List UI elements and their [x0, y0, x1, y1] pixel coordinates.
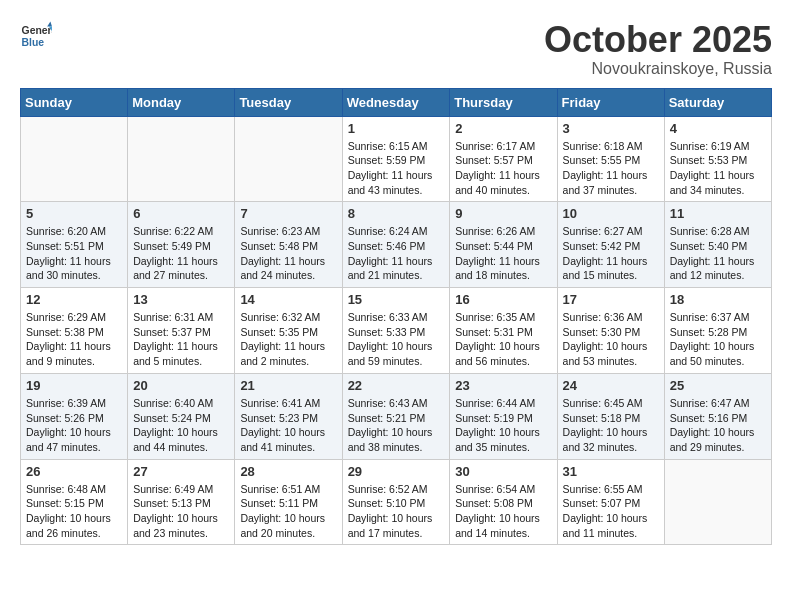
- weekday-header-sunday: Sunday: [21, 88, 128, 116]
- day-number: 9: [455, 206, 551, 221]
- day-info: Sunrise: 6:55 AM Sunset: 5:07 PM Dayligh…: [563, 482, 659, 541]
- weekday-header-row: SundayMondayTuesdayWednesdayThursdayFrid…: [21, 88, 772, 116]
- day-number: 6: [133, 206, 229, 221]
- day-cell: 28Sunrise: 6:51 AM Sunset: 5:11 PM Dayli…: [235, 459, 342, 545]
- svg-marker-2: [47, 22, 52, 27]
- header: General Blue October 2025 Novoukrainskoy…: [20, 20, 772, 78]
- day-info: Sunrise: 6:44 AM Sunset: 5:19 PM Dayligh…: [455, 396, 551, 455]
- day-cell: 26Sunrise: 6:48 AM Sunset: 5:15 PM Dayli…: [21, 459, 128, 545]
- week-row-5: 26Sunrise: 6:48 AM Sunset: 5:15 PM Dayli…: [21, 459, 772, 545]
- day-info: Sunrise: 6:41 AM Sunset: 5:23 PM Dayligh…: [240, 396, 336, 455]
- week-row-4: 19Sunrise: 6:39 AM Sunset: 5:26 PM Dayli…: [21, 373, 772, 459]
- day-number: 18: [670, 292, 766, 307]
- day-number: 10: [563, 206, 659, 221]
- day-info: Sunrise: 6:19 AM Sunset: 5:53 PM Dayligh…: [670, 139, 766, 198]
- day-info: Sunrise: 6:52 AM Sunset: 5:10 PM Dayligh…: [348, 482, 445, 541]
- day-info: Sunrise: 6:26 AM Sunset: 5:44 PM Dayligh…: [455, 224, 551, 283]
- day-cell: 24Sunrise: 6:45 AM Sunset: 5:18 PM Dayli…: [557, 373, 664, 459]
- day-number: 3: [563, 121, 659, 136]
- day-cell: 17Sunrise: 6:36 AM Sunset: 5:30 PM Dayli…: [557, 288, 664, 374]
- day-cell: 9Sunrise: 6:26 AM Sunset: 5:44 PM Daylig…: [450, 202, 557, 288]
- day-cell: 7Sunrise: 6:23 AM Sunset: 5:48 PM Daylig…: [235, 202, 342, 288]
- day-cell: [21, 116, 128, 202]
- day-cell: 14Sunrise: 6:32 AM Sunset: 5:35 PM Dayli…: [235, 288, 342, 374]
- day-number: 4: [670, 121, 766, 136]
- day-cell: 19Sunrise: 6:39 AM Sunset: 5:26 PM Dayli…: [21, 373, 128, 459]
- day-number: 22: [348, 378, 445, 393]
- week-row-2: 5Sunrise: 6:20 AM Sunset: 5:51 PM Daylig…: [21, 202, 772, 288]
- weekday-header-tuesday: Tuesday: [235, 88, 342, 116]
- day-info: Sunrise: 6:54 AM Sunset: 5:08 PM Dayligh…: [455, 482, 551, 541]
- day-cell: 4Sunrise: 6:19 AM Sunset: 5:53 PM Daylig…: [664, 116, 771, 202]
- day-info: Sunrise: 6:40 AM Sunset: 5:24 PM Dayligh…: [133, 396, 229, 455]
- location-title: Novoukrainskoye, Russia: [544, 60, 772, 78]
- day-info: Sunrise: 6:43 AM Sunset: 5:21 PM Dayligh…: [348, 396, 445, 455]
- day-cell: 31Sunrise: 6:55 AM Sunset: 5:07 PM Dayli…: [557, 459, 664, 545]
- day-cell: 27Sunrise: 6:49 AM Sunset: 5:13 PM Dayli…: [128, 459, 235, 545]
- day-cell: 21Sunrise: 6:41 AM Sunset: 5:23 PM Dayli…: [235, 373, 342, 459]
- weekday-header-saturday: Saturday: [664, 88, 771, 116]
- weekday-header-thursday: Thursday: [450, 88, 557, 116]
- day-cell: 8Sunrise: 6:24 AM Sunset: 5:46 PM Daylig…: [342, 202, 450, 288]
- day-number: 31: [563, 464, 659, 479]
- calendar: SundayMondayTuesdayWednesdayThursdayFrid…: [20, 88, 772, 546]
- day-number: 11: [670, 206, 766, 221]
- logo: General Blue: [20, 20, 52, 52]
- day-number: 16: [455, 292, 551, 307]
- day-number: 28: [240, 464, 336, 479]
- day-number: 7: [240, 206, 336, 221]
- day-cell: [235, 116, 342, 202]
- day-cell: 12Sunrise: 6:29 AM Sunset: 5:38 PM Dayli…: [21, 288, 128, 374]
- day-info: Sunrise: 6:36 AM Sunset: 5:30 PM Dayligh…: [563, 310, 659, 369]
- day-cell: [128, 116, 235, 202]
- day-info: Sunrise: 6:20 AM Sunset: 5:51 PM Dayligh…: [26, 224, 122, 283]
- day-number: 1: [348, 121, 445, 136]
- day-info: Sunrise: 6:45 AM Sunset: 5:18 PM Dayligh…: [563, 396, 659, 455]
- week-row-1: 1Sunrise: 6:15 AM Sunset: 5:59 PM Daylig…: [21, 116, 772, 202]
- day-cell: 29Sunrise: 6:52 AM Sunset: 5:10 PM Dayli…: [342, 459, 450, 545]
- day-number: 5: [26, 206, 122, 221]
- weekday-header-friday: Friday: [557, 88, 664, 116]
- month-title: October 2025: [544, 20, 772, 60]
- svg-text:Blue: Blue: [22, 37, 45, 48]
- day-cell: 15Sunrise: 6:33 AM Sunset: 5:33 PM Dayli…: [342, 288, 450, 374]
- day-info: Sunrise: 6:24 AM Sunset: 5:46 PM Dayligh…: [348, 224, 445, 283]
- day-info: Sunrise: 6:31 AM Sunset: 5:37 PM Dayligh…: [133, 310, 229, 369]
- day-info: Sunrise: 6:37 AM Sunset: 5:28 PM Dayligh…: [670, 310, 766, 369]
- day-cell: 20Sunrise: 6:40 AM Sunset: 5:24 PM Dayli…: [128, 373, 235, 459]
- day-number: 30: [455, 464, 551, 479]
- day-info: Sunrise: 6:32 AM Sunset: 5:35 PM Dayligh…: [240, 310, 336, 369]
- day-number: 24: [563, 378, 659, 393]
- day-cell: 3Sunrise: 6:18 AM Sunset: 5:55 PM Daylig…: [557, 116, 664, 202]
- day-info: Sunrise: 6:48 AM Sunset: 5:15 PM Dayligh…: [26, 482, 122, 541]
- day-cell: 5Sunrise: 6:20 AM Sunset: 5:51 PM Daylig…: [21, 202, 128, 288]
- day-number: 12: [26, 292, 122, 307]
- day-info: Sunrise: 6:23 AM Sunset: 5:48 PM Dayligh…: [240, 224, 336, 283]
- day-info: Sunrise: 6:49 AM Sunset: 5:13 PM Dayligh…: [133, 482, 229, 541]
- day-cell: 6Sunrise: 6:22 AM Sunset: 5:49 PM Daylig…: [128, 202, 235, 288]
- day-info: Sunrise: 6:29 AM Sunset: 5:38 PM Dayligh…: [26, 310, 122, 369]
- day-number: 19: [26, 378, 122, 393]
- day-number: 13: [133, 292, 229, 307]
- day-cell: 25Sunrise: 6:47 AM Sunset: 5:16 PM Dayli…: [664, 373, 771, 459]
- day-info: Sunrise: 6:39 AM Sunset: 5:26 PM Dayligh…: [26, 396, 122, 455]
- day-cell: 18Sunrise: 6:37 AM Sunset: 5:28 PM Dayli…: [664, 288, 771, 374]
- week-row-3: 12Sunrise: 6:29 AM Sunset: 5:38 PM Dayli…: [21, 288, 772, 374]
- day-number: 21: [240, 378, 336, 393]
- day-number: 17: [563, 292, 659, 307]
- day-info: Sunrise: 6:27 AM Sunset: 5:42 PM Dayligh…: [563, 224, 659, 283]
- day-info: Sunrise: 6:35 AM Sunset: 5:31 PM Dayligh…: [455, 310, 551, 369]
- day-cell: 30Sunrise: 6:54 AM Sunset: 5:08 PM Dayli…: [450, 459, 557, 545]
- day-cell: 1Sunrise: 6:15 AM Sunset: 5:59 PM Daylig…: [342, 116, 450, 202]
- title-block: October 2025 Novoukrainskoye, Russia: [544, 20, 772, 78]
- day-info: Sunrise: 6:51 AM Sunset: 5:11 PM Dayligh…: [240, 482, 336, 541]
- logo-icon: General Blue: [20, 20, 52, 52]
- day-number: 20: [133, 378, 229, 393]
- day-number: 8: [348, 206, 445, 221]
- day-cell: 22Sunrise: 6:43 AM Sunset: 5:21 PM Dayli…: [342, 373, 450, 459]
- day-cell: 16Sunrise: 6:35 AM Sunset: 5:31 PM Dayli…: [450, 288, 557, 374]
- day-number: 29: [348, 464, 445, 479]
- day-info: Sunrise: 6:47 AM Sunset: 5:16 PM Dayligh…: [670, 396, 766, 455]
- day-number: 15: [348, 292, 445, 307]
- day-cell: 2Sunrise: 6:17 AM Sunset: 5:57 PM Daylig…: [450, 116, 557, 202]
